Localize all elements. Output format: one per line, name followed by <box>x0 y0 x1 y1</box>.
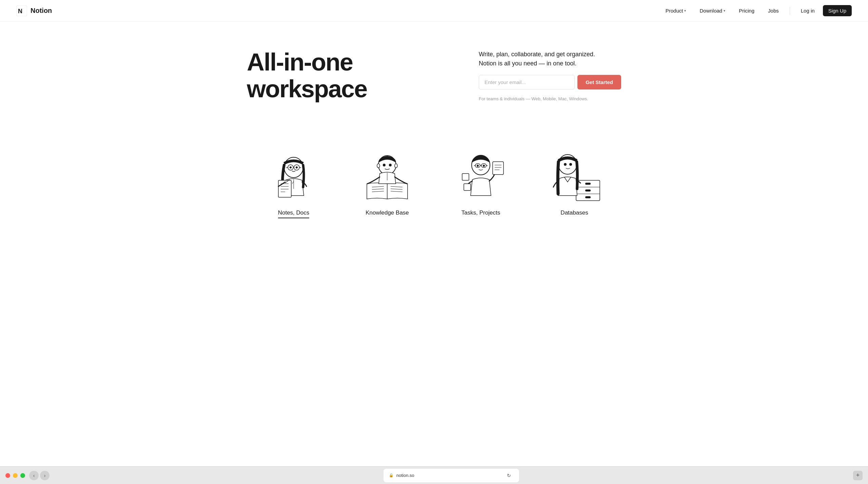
browser-nav-buttons: ‹ › <box>29 471 50 480</box>
minimize-traffic-light[interactable] <box>13 473 18 478</box>
get-started-button[interactable]: Get Started <box>577 75 621 89</box>
features-section: Notes, Docs <box>231 123 637 245</box>
nav-links: Product ▾ Download ▾ Pricing Jobs Log in… <box>660 5 852 16</box>
address-bar[interactable]: 🔒 notion.so ↻ <box>383 469 519 482</box>
svg-rect-43 <box>462 174 469 180</box>
feature-label-notes-docs: Notes, Docs <box>278 209 310 218</box>
back-button[interactable]: ‹ <box>29 471 39 480</box>
svg-rect-48 <box>586 183 590 184</box>
databases-illustration <box>540 143 608 204</box>
logo-link[interactable]: N Notion <box>16 5 52 16</box>
feature-label-tasks-projects: Tasks, Projects <box>461 209 500 216</box>
navbar: N Notion Product ▾ Download ▾ Pricing Jo… <box>0 0 868 22</box>
svg-point-29 <box>377 164 380 168</box>
svg-rect-44 <box>464 184 471 190</box>
nav-item-pricing[interactable]: Pricing <box>733 5 760 16</box>
feature-notes-docs[interactable]: Notes, Docs <box>247 136 340 225</box>
product-chevron-icon: ▾ <box>684 9 686 13</box>
svg-point-12 <box>296 167 297 168</box>
svg-rect-39 <box>493 162 504 175</box>
nav-item-product[interactable]: Product ▾ <box>660 5 692 16</box>
address-bar-wrap: 🔒 notion.so ↻ <box>54 469 849 482</box>
svg-point-52 <box>564 163 566 165</box>
feature-label-knowledge-base: Knowledge Base <box>366 209 409 216</box>
feature-label-databases: Databases <box>560 209 588 216</box>
svg-line-9 <box>299 167 301 168</box>
nav-item-jobs[interactable]: Jobs <box>763 5 784 16</box>
browser-chrome: ‹ › 🔒 notion.so ↻ + <box>0 466 868 484</box>
nav-divider <box>790 7 790 15</box>
url-text: notion.so <box>396 473 414 478</box>
svg-point-28 <box>389 164 391 166</box>
lock-icon: 🔒 <box>389 473 394 478</box>
svg-point-27 <box>383 164 385 166</box>
login-link[interactable]: Log in <box>795 5 820 16</box>
svg-point-37 <box>477 165 478 166</box>
hero-right: Write, plan, collaborate, and get organi… <box>479 50 621 101</box>
email-input[interactable] <box>479 75 575 89</box>
svg-rect-49 <box>586 190 590 191</box>
tasks-projects-illustration <box>447 143 515 204</box>
download-chevron-icon: ▾ <box>724 9 725 13</box>
svg-text:N: N <box>18 8 22 15</box>
nav-item-download[interactable]: Download ▾ <box>694 5 731 16</box>
hero-section: All-in-one workspace Write, plan, collab… <box>231 22 637 123</box>
close-traffic-light[interactable] <box>5 473 10 478</box>
logo-text: Notion <box>31 7 52 15</box>
hero-form: Get Started <box>479 75 621 89</box>
notion-logo-icon: N <box>16 5 27 16</box>
new-tab-button[interactable]: + <box>853 471 863 480</box>
svg-point-53 <box>570 163 572 165</box>
hero-left: All-in-one workspace <box>247 49 452 102</box>
hero-title: All-in-one workspace <box>247 49 452 102</box>
feature-knowledge-base[interactable]: Knowledge Base <box>340 136 434 225</box>
refresh-button[interactable]: ↻ <box>504 471 514 480</box>
notes-docs-illustration <box>260 143 328 204</box>
svg-rect-13 <box>278 180 291 197</box>
svg-line-8 <box>286 167 288 168</box>
hero-caption: For teams & individuals — Web, Mobile, M… <box>479 96 621 101</box>
svg-point-30 <box>395 164 397 168</box>
feature-tasks-projects[interactable]: Tasks, Projects <box>434 136 528 225</box>
knowledge-base-illustration <box>353 143 421 204</box>
svg-rect-50 <box>586 197 590 198</box>
hero-subtitle: Write, plan, collaborate, and get organi… <box>479 50 621 68</box>
svg-point-11 <box>290 167 291 168</box>
signup-button[interactable]: Sign Up <box>823 5 852 16</box>
feature-databases[interactable]: Databases <box>528 136 621 225</box>
traffic-lights <box>5 473 25 478</box>
svg-point-38 <box>483 165 485 166</box>
svg-line-35 <box>474 165 475 166</box>
maximize-traffic-light[interactable] <box>20 473 25 478</box>
svg-line-36 <box>486 165 488 166</box>
forward-button[interactable]: › <box>40 471 50 480</box>
